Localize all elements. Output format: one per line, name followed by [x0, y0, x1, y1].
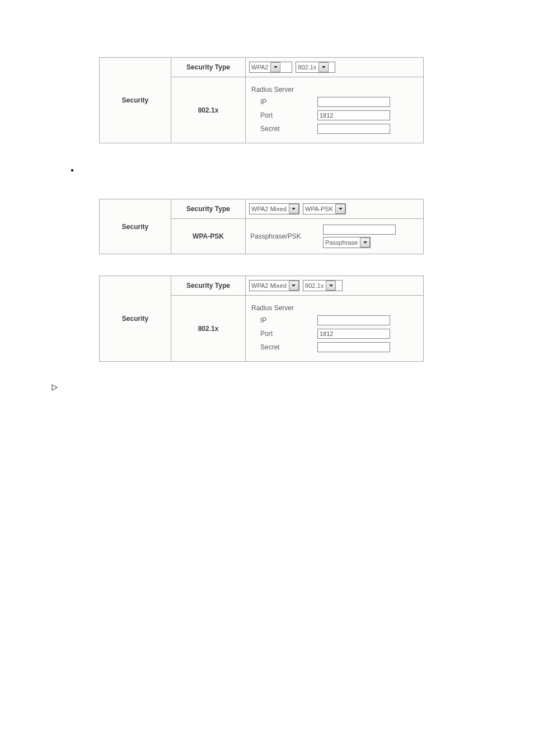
security-type-select-2[interactable]: 802.1x	[303, 280, 343, 291]
security-rowheader: Security	[100, 276, 171, 362]
passphrase-format-select[interactable]: Passphrase	[323, 237, 371, 248]
auth-method-label: 802.1x	[171, 77, 246, 143]
dropdown-arrow-icon	[335, 204, 345, 214]
security-type-label: Security Type	[171, 199, 246, 219]
radius-ip-label: IP	[250, 316, 317, 324]
dropdown-arrow-icon	[326, 281, 336, 291]
radius-server-header: Radius Server	[250, 86, 396, 94]
security-type-select-1[interactable]: WPA2 Mixed	[249, 203, 299, 214]
radius-secret-input[interactable]	[317, 124, 390, 134]
radius-port-input[interactable]: 1812	[317, 329, 390, 339]
radius-secret-input[interactable]	[317, 342, 390, 352]
radius-ip-input[interactable]	[317, 97, 390, 107]
radius-ip-input[interactable]	[317, 315, 390, 325]
radius-secret-label: Secret	[250, 343, 317, 351]
security-rowheader: Security	[100, 58, 171, 143]
security-type-select-1[interactable]: WPA2 Mixed	[249, 280, 299, 291]
chevron-right-icon	[51, 384, 58, 391]
dropdown-arrow-icon	[318, 62, 329, 72]
passphrase-psk-label: Passphrase/PSK	[250, 232, 323, 240]
auth-method-label: WPA-PSK	[171, 219, 246, 254]
security-type-select-1[interactable]: WPA2	[249, 62, 292, 73]
radius-port-label: Port	[250, 111, 317, 119]
dropdown-arrow-icon	[289, 281, 299, 291]
radius-port-label: Port	[250, 330, 317, 338]
security-table-wpa2mixed-8021x: Security Security Type WPA2 Mixed 802.1x	[99, 276, 424, 362]
radius-port-input[interactable]: 1812	[317, 110, 390, 120]
security-type-select-2[interactable]: 802.1x	[296, 62, 335, 73]
dropdown-arrow-icon	[360, 237, 370, 248]
passphrase-input[interactable]	[323, 225, 396, 235]
radius-server-header: Radius Server	[250, 304, 396, 312]
security-table-wpa2mixed-psk: Security Security Type WPA2 Mixed WPA-PS…	[99, 199, 424, 254]
dropdown-arrow-icon	[270, 62, 280, 72]
radius-ip-label: IP	[250, 98, 317, 106]
security-type-label: Security Type	[171, 276, 246, 296]
radius-secret-label: Secret	[250, 125, 317, 133]
auth-method-label: 802.1x	[171, 296, 246, 362]
security-type-label: Security Type	[171, 58, 246, 77]
security-rowheader: Security	[100, 199, 171, 254]
bullet-icon: ●	[71, 167, 74, 173]
dropdown-arrow-icon	[289, 204, 299, 214]
security-type-select-2[interactable]: WPA-PSK	[303, 203, 346, 214]
security-table-wpa2-8021x: Security Security Type WPA2 802.1x	[99, 57, 424, 143]
